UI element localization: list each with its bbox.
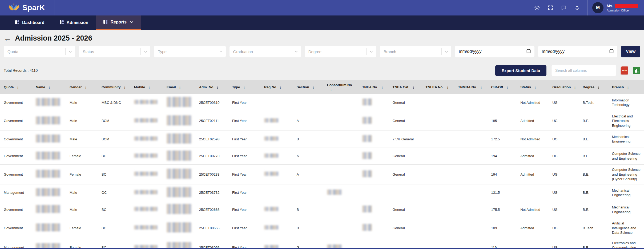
date-from-input[interactable]: mm/dd/yyyy bbox=[455, 46, 534, 57]
column-header-email[interactable]: Email⋮ bbox=[163, 80, 195, 94]
table-cell bbox=[260, 148, 293, 165]
column-header-tnea-no[interactable]: TNEA No.⋮ bbox=[359, 80, 389, 94]
column-header-degree[interactable]: Degree⋮ bbox=[579, 80, 608, 94]
nav-item-admission[interactable]: Admission bbox=[52, 15, 96, 30]
table-row[interactable]: GovernmentMaleMBC & DNC25CET00310First Y… bbox=[0, 94, 644, 111]
column-header-adm-no[interactable]: Adm. No⋮ bbox=[195, 80, 228, 94]
redacted-data bbox=[134, 100, 158, 104]
kebab-menu-icon[interactable]: ⋮ bbox=[446, 85, 449, 89]
column-header-consortium-no[interactable]: Consortium No.⋮ bbox=[323, 80, 359, 94]
table-cell: G bbox=[293, 238, 323, 249]
table-cell bbox=[293, 184, 323, 201]
status-select[interactable]: Status bbox=[79, 46, 150, 57]
notification-bell-icon[interactable] bbox=[574, 5, 580, 11]
branch-select[interactable]: Branch bbox=[380, 46, 451, 57]
pdf-icon[interactable]: PDF bbox=[621, 66, 628, 74]
table-cell: BC bbox=[98, 238, 130, 249]
kebab-menu-icon[interactable]: ⋮ bbox=[573, 85, 576, 89]
dashboard-grid-icon bbox=[15, 20, 19, 26]
type-select[interactable]: Type bbox=[154, 46, 226, 57]
table-cell bbox=[422, 148, 454, 165]
redacted-data bbox=[362, 224, 372, 231]
calendar-icon[interactable] bbox=[609, 49, 614, 54]
kebab-menu-icon[interactable]: ⋮ bbox=[533, 85, 537, 89]
table-row[interactable]: GovernmentFemaleBC25CET00233First YearAG… bbox=[0, 165, 644, 184]
column-header-cut-off[interactable]: Cut-Off⋮ bbox=[487, 80, 517, 94]
column-header-name[interactable]: Name⋮ bbox=[32, 80, 66, 94]
column-header-tnmba-no[interactable]: TNMBA No.⋮ bbox=[454, 80, 487, 94]
table-cell bbox=[359, 201, 389, 218]
kebab-menu-icon[interactable]: ⋮ bbox=[123, 85, 126, 89]
fullscreen-icon[interactable] bbox=[547, 5, 554, 11]
export-student-data-button[interactable]: Export Student Data bbox=[495, 65, 546, 76]
table-cell bbox=[163, 201, 195, 218]
kebab-menu-icon[interactable]: ⋮ bbox=[505, 85, 509, 89]
column-header-section[interactable]: Section⋮ bbox=[293, 80, 323, 94]
table-cell bbox=[130, 148, 163, 165]
nav-item-dashboard[interactable]: Dashboard bbox=[7, 15, 52, 30]
column-header-type[interactable]: Type⋮ bbox=[228, 80, 260, 94]
column-label: TNEA No. bbox=[362, 85, 378, 89]
chat-icon[interactable] bbox=[561, 5, 567, 11]
column-header-tnlea-no[interactable]: TNLEA No.⋮ bbox=[422, 80, 454, 94]
kebab-menu-icon[interactable]: ⋮ bbox=[16, 85, 19, 89]
kebab-menu-icon[interactable]: ⋮ bbox=[626, 85, 630, 89]
table-row[interactable]: GovernmentFemaleBC25CET00770First YearAG… bbox=[0, 148, 644, 165]
column-header-graduation[interactable]: Graduation⋮ bbox=[549, 80, 579, 94]
avatar[interactable]: M bbox=[592, 2, 603, 13]
excel-icon[interactable] bbox=[633, 67, 640, 74]
table-row[interactable]: ManagementFemaleBC25CET03056First YearG1… bbox=[0, 238, 644, 249]
table-cell bbox=[32, 238, 66, 249]
kebab-menu-icon[interactable]: ⋮ bbox=[329, 87, 333, 91]
table-cell bbox=[260, 94, 293, 111]
graduation-select[interactable]: Graduation bbox=[230, 46, 301, 57]
search-input[interactable] bbox=[551, 65, 616, 76]
column-header-mobile[interactable]: Mobile⋮ bbox=[130, 80, 163, 94]
kebab-menu-icon[interactable]: ⋮ bbox=[279, 85, 282, 89]
column-header-branch[interactable]: Branch⋮ bbox=[608, 80, 644, 94]
kebab-menu-icon[interactable]: ⋮ bbox=[84, 85, 87, 89]
column-header-community[interactable]: Community⋮ bbox=[98, 80, 130, 94]
quota-select[interactable]: Quota bbox=[4, 46, 75, 57]
kebab-menu-icon[interactable]: ⋮ bbox=[47, 85, 51, 89]
table-cell: Female bbox=[66, 218, 98, 238]
brand[interactable]: SparK bbox=[0, 0, 54, 15]
column-header-tnea-cat[interactable]: TNEA Cat.⋮ bbox=[389, 80, 422, 94]
back-arrow-icon[interactable]: ← bbox=[4, 35, 11, 42]
nav-item-reports[interactable]: Reports bbox=[96, 15, 140, 30]
view-button[interactable]: View bbox=[621, 46, 640, 57]
kebab-menu-icon[interactable]: ⋮ bbox=[380, 85, 384, 89]
kebab-menu-icon[interactable]: ⋮ bbox=[597, 85, 600, 89]
table-row[interactable]: GovernmentMaleBCM25CET02111First YearAGe… bbox=[0, 111, 644, 131]
table-row[interactable]: GovernmentMaleBCM25CET02598First YearB7.… bbox=[0, 131, 644, 148]
table-row[interactable]: GovernmentFemaleBC25CET00655First YearBG… bbox=[0, 218, 644, 238]
redacted-data bbox=[362, 152, 372, 159]
redacted-data bbox=[264, 136, 279, 141]
table-row[interactable]: ManagementMaleOC25CET03732First Year131.… bbox=[0, 184, 644, 201]
kebab-menu-icon[interactable]: ⋮ bbox=[412, 85, 415, 89]
column-header-status[interactable]: Status⋮ bbox=[517, 80, 549, 94]
brightness-icon[interactable] bbox=[534, 5, 540, 11]
redacted-data bbox=[134, 225, 158, 230]
calendar-icon[interactable] bbox=[526, 49, 531, 54]
table-cell: First Year bbox=[228, 94, 260, 111]
kebab-menu-icon[interactable]: ⋮ bbox=[479, 85, 482, 89]
column-header-reg-no[interactable]: Reg No⋮ bbox=[260, 80, 293, 94]
user-menu[interactable]: M Ms. Admission Officer bbox=[587, 2, 644, 13]
degree-select[interactable]: Degree bbox=[305, 46, 376, 57]
date-to-input[interactable]: mm/dd/yyyy bbox=[538, 46, 617, 57]
table-cell: 185 bbox=[487, 111, 517, 131]
table-cell: General bbox=[389, 201, 422, 218]
kebab-menu-icon[interactable]: ⋮ bbox=[178, 85, 182, 89]
kebab-menu-icon[interactable]: ⋮ bbox=[242, 85, 245, 89]
column-header-quota[interactable]: Quota⋮ bbox=[0, 80, 32, 94]
table-cell bbox=[359, 148, 389, 165]
table-row[interactable]: GovernmentMaleBC25CET02668First YearBGen… bbox=[0, 201, 644, 218]
kebab-menu-icon[interactable]: ⋮ bbox=[312, 85, 315, 89]
total-records-label: Total Records : 4110 bbox=[4, 68, 38, 73]
column-header-gender[interactable]: Gender⋮ bbox=[66, 80, 98, 94]
table-cell bbox=[260, 131, 293, 148]
kebab-menu-icon[interactable]: ⋮ bbox=[216, 85, 219, 89]
table-cell: 25CET00655 bbox=[195, 218, 228, 238]
kebab-menu-icon[interactable]: ⋮ bbox=[147, 85, 151, 89]
